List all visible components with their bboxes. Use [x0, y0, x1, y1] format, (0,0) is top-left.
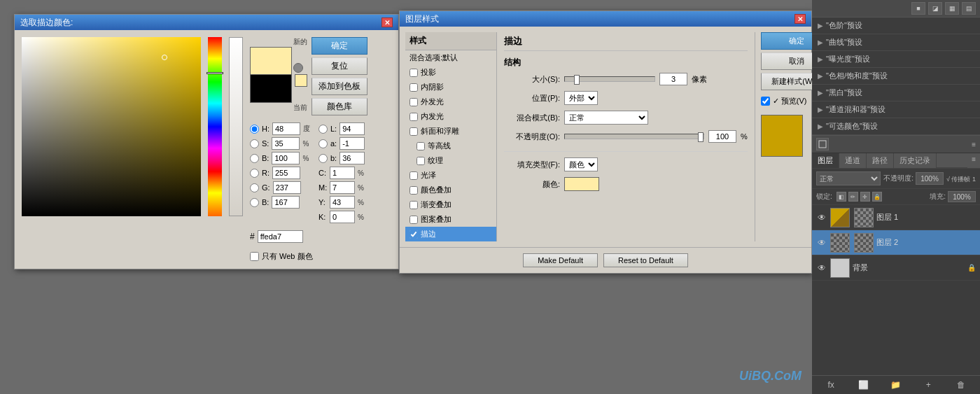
blend-mode-select[interactable]: 正常 溶解 变暗 — [564, 111, 648, 125]
bg-visibility[interactable]: 👁 — [816, 262, 827, 274]
preset-item-levels[interactable]: ▶ "色阶"预设 — [812, 17, 980, 34]
inner-glow-checkbox[interactable] — [410, 113, 418, 121]
blend-mode-select-layers[interactable]: 正常 — [816, 171, 881, 185]
lock-all-icon[interactable]: 🔒 — [872, 192, 882, 202]
fill-input[interactable] — [948, 191, 976, 202]
y-input[interactable] — [330, 196, 355, 209]
new-group-button[interactable]: 📁 — [890, 379, 902, 391]
red-input[interactable] — [272, 167, 300, 179]
panel-tool-1[interactable]: ■ — [911, 2, 925, 15]
new-layer-button[interactable]: + — [922, 379, 934, 391]
drop-shadow-checkbox[interactable] — [410, 69, 418, 77]
preset-item-hue-sat[interactable]: ▶ "色相/饱和度"预设 — [812, 68, 980, 85]
l-radio[interactable] — [318, 125, 328, 134]
panel-tool-3[interactable]: ▦ — [945, 2, 959, 15]
sat-input[interactable] — [272, 137, 300, 150]
sat-radio[interactable] — [250, 139, 259, 148]
style-item-satin[interactable]: 光泽 — [405, 168, 496, 183]
position-select[interactable]: 外部 内部 居中 — [564, 91, 598, 105]
hue-input[interactable] — [272, 122, 300, 135]
web-color-checkbox[interactable] — [250, 252, 259, 261]
opacity-slider[interactable] — [564, 134, 704, 139]
hue-slider[interactable] — [208, 37, 222, 216]
style-item-stroke[interactable]: 描边 — [405, 227, 496, 241]
inner-shadow-checkbox[interactable] — [410, 83, 418, 92]
bright-input[interactable] — [272, 152, 300, 164]
delete-layer-button[interactable]: 🗑 — [955, 379, 967, 391]
panel-tool-2[interactable]: ◪ — [928, 2, 942, 15]
tab-paths[interactable]: 路径 — [867, 153, 894, 168]
blue-input[interactable] — [272, 196, 300, 209]
hue-radio[interactable] — [250, 125, 259, 134]
b2-radio[interactable] — [318, 154, 328, 163]
fill-type-select[interactable]: 颜色 渐变 图案 — [564, 157, 598, 171]
lock-paint-icon[interactable]: ✏ — [848, 192, 858, 202]
style-item-blend-default[interactable]: 混合选项:默认 — [405, 50, 496, 65]
layer-row-2[interactable]: 👁 图层 2 — [812, 230, 980, 255]
texture-checkbox[interactable] — [416, 157, 425, 165]
size-input[interactable] — [659, 73, 687, 85]
layers-panel-menu[interactable]: ≡ — [967, 153, 980, 168]
style-item-drop-shadow[interactable]: 投影 — [405, 65, 496, 80]
layer-style-close-button[interactable]: ✕ — [794, 14, 806, 24]
layer-row-1[interactable]: 👁 图层 1 — [812, 205, 980, 230]
layer-1-visibility[interactable]: 👁 — [816, 212, 827, 223]
alpha-slider[interactable] — [229, 37, 243, 216]
green-input[interactable] — [273, 181, 301, 194]
panel-tool-4[interactable]: ▤ — [962, 2, 976, 15]
tab-layers[interactable]: 图层 — [812, 153, 839, 168]
contour-checkbox[interactable] — [416, 142, 425, 150]
l-input[interactable] — [340, 122, 365, 135]
layer-2-visibility[interactable]: 👁 — [816, 237, 827, 248]
a-input[interactable] — [340, 137, 365, 150]
style-item-inner-glow[interactable]: 内发光 — [405, 109, 496, 124]
color-swatch[interactable] — [564, 177, 599, 191]
red-radio[interactable] — [250, 169, 259, 178]
a-radio[interactable] — [318, 139, 328, 148]
color-lib-button[interactable]: 颜色库 — [312, 98, 368, 115]
preview-checkbox[interactable] — [761, 97, 770, 106]
c-input[interactable] — [330, 167, 355, 179]
bevel-checkbox[interactable] — [410, 127, 418, 136]
style-item-outer-glow[interactable]: 外发光 — [405, 94, 496, 109]
color-overlay-checkbox[interactable] — [410, 186, 418, 195]
outer-glow-checkbox[interactable] — [410, 98, 418, 106]
add-style-button[interactable]: fx — [825, 379, 837, 391]
blue-radio[interactable] — [250, 198, 259, 207]
confirm-button[interactable]: 确定 — [312, 37, 368, 55]
color-picker-close-button[interactable]: ✕ — [382, 17, 393, 27]
style-item-color-overlay[interactable]: 颜色叠加 — [405, 183, 496, 197]
gradient-overlay-checkbox[interactable] — [410, 201, 418, 209]
preset-item-curves[interactable]: ▶ "曲线"预设 — [812, 34, 980, 51]
lock-move-icon[interactable]: ✛ — [860, 192, 870, 202]
panel-menu-icon[interactable]: ≡ — [972, 141, 976, 148]
add-to-palette-button[interactable]: 添加到色板 — [312, 78, 368, 95]
opacity-input[interactable] — [708, 130, 736, 143]
k-input[interactable] — [330, 211, 355, 223]
green-radio[interactable] — [250, 183, 259, 192]
style-item-pattern-overlay[interactable]: 图案叠加 — [405, 212, 496, 227]
style-item-contour[interactable]: 等高线 — [405, 139, 496, 153]
style-item-inner-shadow[interactable]: 内阴影 — [405, 80, 496, 94]
tab-history[interactable]: 历史记录 — [894, 153, 937, 168]
preset-item-bw[interactable]: ▶ "黑白"预设 — [812, 85, 980, 101]
color-spectrum[interactable] — [22, 37, 201, 216]
m-input[interactable] — [330, 181, 355, 194]
style-item-texture[interactable]: 纹理 — [405, 153, 496, 168]
panel-icon-1[interactable] — [816, 138, 829, 150]
stroke-checkbox[interactable] — [410, 230, 418, 239]
satin-checkbox[interactable] — [410, 171, 418, 180]
tab-channels[interactable]: 通道 — [839, 153, 867, 168]
style-item-gradient-overlay[interactable]: 渐变叠加 — [405, 197, 496, 212]
preset-item-channel-mixer[interactable]: ▶ "通道混和器"预设 — [812, 101, 980, 118]
add-mask-button[interactable]: ⬜ — [858, 379, 870, 391]
opacity-input-layers[interactable] — [916, 172, 944, 185]
hex-input[interactable] — [258, 230, 303, 243]
b2-input[interactable] — [340, 152, 365, 164]
bright-radio[interactable] — [250, 154, 259, 163]
style-item-bevel[interactable]: 斜面和浮雕 — [405, 124, 496, 139]
size-slider[interactable] — [564, 76, 655, 82]
preset-item-selective-color[interactable]: ▶ "可选颜色"预设 — [812, 118, 980, 135]
lock-transparent-icon[interactable]: ◧ — [836, 192, 846, 202]
reset-default-button[interactable]: Reset to Default — [603, 253, 688, 267]
